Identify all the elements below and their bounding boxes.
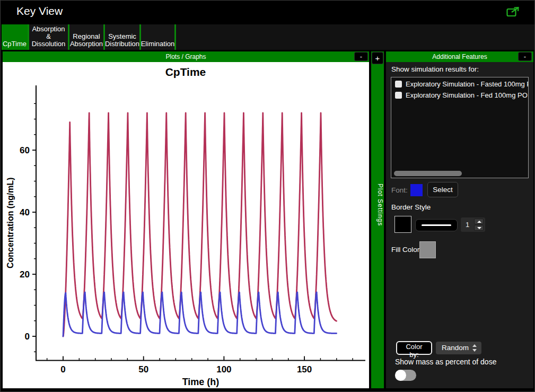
mass-percent-toggle[interactable] [395,370,416,381]
features-panel-header: Additional Features - [386,51,533,62]
y-tick-label: 0 [25,332,30,342]
open-external-icon[interactable] [506,6,520,17]
simulation-label: Exploratory Simulation - Fasted 100mg PO [406,80,529,88]
scrollbar-thumb[interactable] [394,171,462,176]
tab-absorption-dissolution[interactable]: Absorption & Dissolution [29,24,69,50]
features-panel-title: Additional Features [432,53,487,60]
font-label: Font: [391,186,408,194]
y-tick-label: 60 [20,145,30,155]
line-style-selector[interactable] [415,219,458,231]
blue-profile-line [63,292,337,336]
stepper-up-button[interactable] [474,219,484,224]
y-tick-label: 40 [20,207,30,217]
simulation-checkbox[interactable] [395,81,402,88]
plots-collapse-button[interactable]: - [354,52,368,61]
plots-panel-header: Plots / Graphs - [3,51,369,62]
down-arrow-icon [477,227,481,229]
simulation-list[interactable]: Exploratory Simulation - Fasted 100mg PO… [391,77,529,178]
stepper-down-button[interactable] [474,225,484,231]
plot-settings-label[interactable]: Plot Settings [371,184,384,226]
color-by-dropdown[interactable]: Random [436,342,481,354]
tab-systemic-distribution[interactable]: Systemic Distribution [105,24,141,50]
y-axis-label: Concentration (ng/mL) [6,177,15,268]
color-by-button[interactable]: Color by: [396,341,432,355]
horizontal-scrollbar[interactable] [393,171,527,176]
tab-cptime[interactable]: CpTime [2,24,29,50]
features-collapse-button[interactable]: - [518,52,532,61]
border-width-stepper[interactable]: 1 [461,217,485,232]
simulation-checkbox[interactable] [395,92,402,99]
x-tick-label: 150 [297,364,312,374]
color-by-value: Random [442,344,469,352]
border-color-swatch[interactable] [394,216,411,233]
up-arrow-icon [477,221,481,223]
simulation-list-item[interactable]: Exploratory Simulation - Fasted 100mg PO [391,80,528,89]
border-width-value: 1 [466,221,469,229]
fill-color-swatch[interactable] [419,241,436,258]
show-results-label: Show simulation results for: [391,65,479,73]
x-tick-label: 0 [60,364,65,374]
cptime-plot: CpTime0501001500204060Time (h)Concentrat… [3,62,369,388]
plots-expand-button[interactable]: + [372,52,383,64]
line-style-preview [422,224,451,226]
x-tick-label: 50 [138,364,148,374]
fill-color-label: Fill Color [391,246,419,254]
plots-panel-title: Plots / Graphs [165,53,206,60]
y-tick-label: 20 [20,269,30,280]
plots-panel: Plots / Graphs - CpTime0501001500204060T… [3,51,369,388]
tab-regional-absorption[interactable]: Regional Absorption [69,24,105,50]
axes-frame [36,85,365,361]
border-style-label: Border Style [391,203,431,211]
x-tick-label: 100 [216,364,231,374]
font-color-swatch[interactable] [410,184,423,196]
simulation-list-item[interactable]: Exploratory Simulation - Fed 100mg PO Ta [391,91,528,100]
mass-percent-label: Show mass as percent of dose [395,358,496,366]
toggle-knob [395,370,406,381]
x-axis-label: Time (h) [182,377,220,387]
window-title: Key View [16,5,63,18]
additional-features-panel: Additional Features - Show simulation re… [386,51,533,388]
key-view-window: Key View CpTimeAbsorption & DissolutionR… [0,0,535,392]
chart-title: CpTime [165,66,206,78]
simulation-label: Exploratory Simulation - Fed 100mg PO Ta [406,91,529,99]
tab-elimination[interactable]: Elimination [141,24,176,50]
dropdown-arrows-icon [472,344,477,352]
title-bar: Key View [1,1,534,24]
font-select-button[interactable]: Select [427,182,458,197]
tab-bar: CpTimeAbsorption & DissolutionRegional A… [2,24,534,50]
plot-settings-strip: + Plot Settings [371,51,384,388]
